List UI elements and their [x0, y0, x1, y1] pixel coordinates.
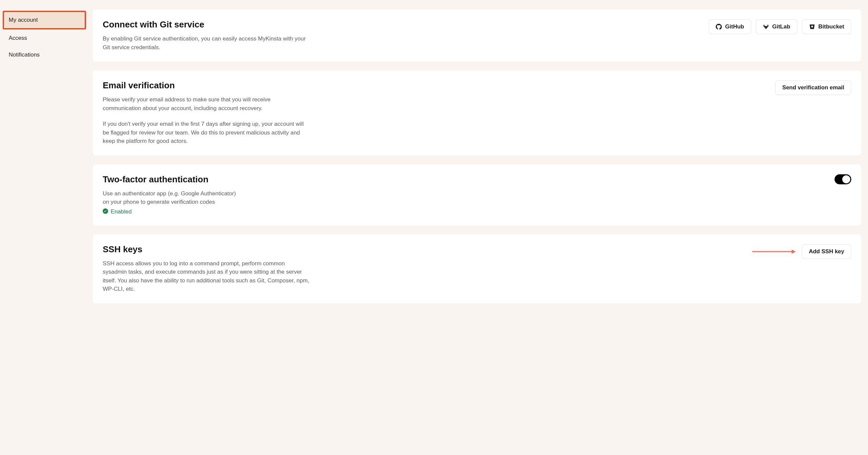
- button-label: Add SSH key: [809, 248, 844, 255]
- ssh-title: SSH keys: [103, 244, 310, 255]
- add-ssh-key-button[interactable]: Add SSH key: [802, 244, 851, 259]
- gitlab-icon: [763, 24, 769, 30]
- sidebar-item-label: Notifications: [9, 52, 40, 58]
- send-verification-button[interactable]: Send verification email: [775, 80, 851, 95]
- check-circle-icon: [103, 208, 108, 216]
- sidebar-item-my-account[interactable]: My account: [3, 11, 86, 29]
- sidebar-item-label: Access: [9, 35, 27, 41]
- twofa-title: Two-factor authentication: [103, 174, 240, 185]
- git-title: Connect with Git service: [103, 20, 310, 30]
- twofa-desc: Use an authenticator app (e.g. Google Au…: [103, 189, 240, 206]
- email-title: Email verification: [103, 80, 310, 91]
- sidebar-item-notifications[interactable]: Notifications: [3, 47, 86, 63]
- sidebar-item-label: My account: [9, 17, 38, 23]
- github-button[interactable]: GitHub: [709, 20, 751, 34]
- card-git-service: Connect with Git service By enabling Git…: [93, 9, 861, 62]
- email-desc-2: If you don't verify your email in the fi…: [103, 120, 310, 145]
- ssh-desc: SSH access allows you to log into a comm…: [103, 259, 310, 293]
- card-two-factor: Two-factor authentication Use an authent…: [93, 164, 861, 226]
- card-ssh-keys: SSH keys SSH access allows you to log in…: [93, 234, 861, 303]
- sidebar: My account Access Notifications: [0, 0, 89, 455]
- twofa-status: Enabled: [103, 208, 240, 216]
- main-content: Connect with Git service By enabling Git…: [89, 0, 868, 455]
- card-email-verification: Email verification Please verify your em…: [93, 70, 861, 156]
- button-label: Send verification email: [782, 84, 844, 91]
- sidebar-item-access[interactable]: Access: [3, 30, 86, 46]
- arrow-annotation-icon: [752, 249, 796, 254]
- button-label: GitLab: [772, 24, 790, 30]
- git-desc: By enabling Git service authentication, …: [103, 34, 310, 52]
- status-label: Enabled: [111, 208, 131, 215]
- bitbucket-icon: [809, 24, 815, 30]
- twofa-toggle[interactable]: [835, 174, 851, 184]
- gitlab-button[interactable]: GitLab: [756, 20, 797, 34]
- bitbucket-button[interactable]: Bitbucket: [802, 20, 851, 34]
- email-desc-1: Please verify your email address to make…: [103, 95, 310, 112]
- button-label: Bitbucket: [818, 24, 844, 30]
- github-icon: [716, 24, 722, 30]
- button-label: GitHub: [725, 24, 744, 30]
